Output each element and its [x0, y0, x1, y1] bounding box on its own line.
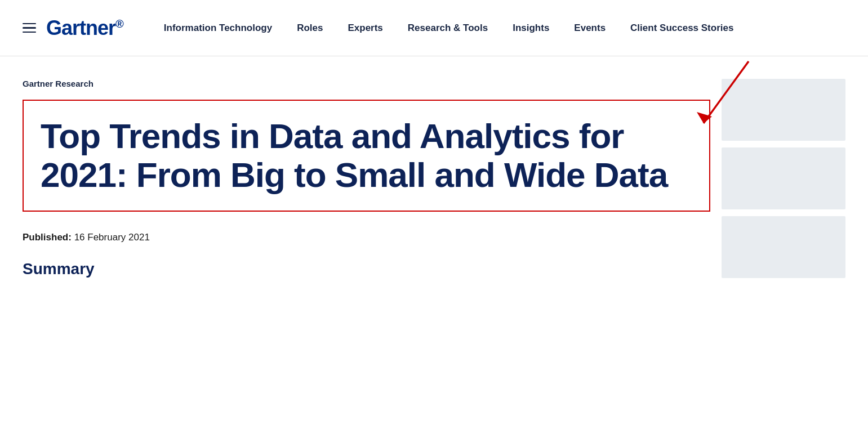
navbar: Gartner® Information Technology Roles Ex… — [0, 0, 868, 56]
article-title-box: Top Trends in Data and Analytics for 202… — [23, 100, 710, 212]
summary-heading: Summary — [23, 260, 710, 278]
nav-item-information-technology[interactable]: Information Technology — [152, 17, 284, 39]
section-label: Gartner Research — [23, 79, 710, 88]
logo[interactable]: Gartner® — [46, 16, 123, 40]
published-date-value: 16 February 2021 — [74, 232, 150, 243]
published-line: Published: 16 February 2021 — [23, 232, 710, 243]
nav-item-roles[interactable]: Roles — [284, 17, 335, 39]
nav-item-experts[interactable]: Experts — [335, 17, 395, 39]
hamburger-line-3 — [23, 32, 36, 33]
content-area: Gartner Research Top Trends in Data and … — [23, 79, 710, 278]
main-content: Gartner Research Top Trends in Data and … — [0, 56, 868, 278]
hamburger-line-2 — [23, 27, 36, 29]
article-title: Top Trends in Data and Analytics for 202… — [41, 117, 692, 195]
hamburger-line-1 — [23, 23, 36, 25]
nav-item-events[interactable]: Events — [562, 17, 618, 39]
sidebar-block-3 — [722, 216, 845, 278]
svg-marker-1 — [697, 112, 712, 123]
sidebar-block-2 — [722, 147, 845, 209]
published-label: Published: — [23, 232, 72, 243]
right-sidebar — [722, 79, 845, 278]
nav-item-insights[interactable]: Insights — [500, 17, 562, 39]
sidebar-block-1 — [722, 79, 845, 141]
nav-links: Information Technology Roles Experts Res… — [152, 17, 845, 39]
nav-item-client-success-stories[interactable]: Client Success Stories — [618, 17, 746, 39]
hamburger-menu-button[interactable] — [23, 23, 36, 33]
logo-text: Gartner® — [46, 16, 123, 40]
nav-item-research-tools[interactable]: Research & Tools — [395, 17, 500, 39]
